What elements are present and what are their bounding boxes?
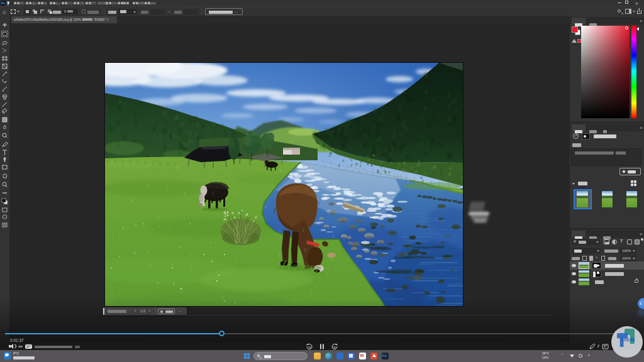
svg-text:10: 10 <box>308 346 311 349</box>
svg-text:30: 30 <box>333 346 336 349</box>
